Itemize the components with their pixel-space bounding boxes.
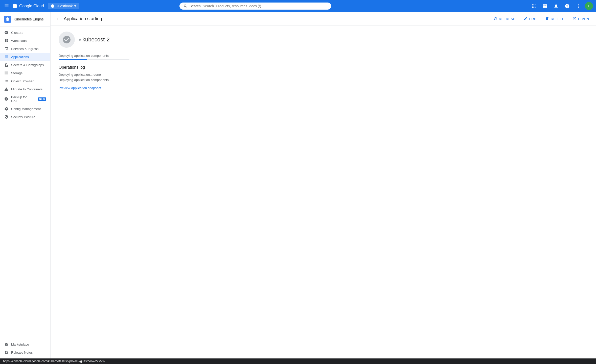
preview-link[interactable]: Preview application snapshot <box>59 86 101 90</box>
progress-bar-container <box>59 59 129 60</box>
marketplace-icon <box>4 342 9 346</box>
sidebar-item-security-posture[interactable]: Security Posture <box>0 113 50 121</box>
sidebar-item-label: Marketplace <box>11 343 29 346</box>
back-button[interactable]: ← <box>56 16 61 22</box>
sidebar-item-label: Clusters <box>11 31 23 35</box>
content-area: ← Application starting REFRESH EDIT DELE… <box>51 12 596 358</box>
sidebar-item-label: Security Posture <box>11 115 35 119</box>
sidebar-item-marketplace[interactable]: Marketplace <box>0 340 50 348</box>
sidebar-item-release-notes[interactable]: Release Notes <box>0 348 50 356</box>
more-options-icon[interactable] <box>574 2 583 11</box>
operations-log: Operations log Deploying application... … <box>59 65 588 90</box>
apps-icon[interactable] <box>529 2 538 11</box>
sidebar-item-services-ingress[interactable]: Services & Ingress <box>0 45 50 53</box>
object-browser-icon <box>4 79 9 83</box>
sidebar-item-migrate-containers[interactable]: Migrate to Containers <box>0 85 50 93</box>
sidebar-bottom: Marketplace Release Notes <box>0 338 50 358</box>
sidebar-item-label: Applications <box>11 55 29 59</box>
email-icon[interactable] <box>540 2 549 11</box>
sidebar-item-applications[interactable]: Applications <box>0 53 50 61</box>
migrate-icon <box>4 87 9 91</box>
help-icon[interactable] <box>563 2 572 11</box>
workloads-icon <box>4 39 9 43</box>
project-selector[interactable]: Guestbook ▼ <box>48 3 79 9</box>
notifications-icon[interactable] <box>552 2 561 11</box>
delete-button[interactable]: DELETE <box>543 15 566 22</box>
services-icon <box>4 47 9 51</box>
config-icon <box>4 107 9 111</box>
edit-button[interactable]: EDIT <box>521 15 539 22</box>
sidebar-item-clusters[interactable]: Clusters <box>0 29 50 37</box>
sidebar-item-secrets-configmaps[interactable]: Secrets & ConfigMaps <box>0 61 50 69</box>
sub-header-actions: REFRESH EDIT DELETE LEARN <box>491 15 591 22</box>
sidebar-title: Kubernetes Engine <box>14 17 44 21</box>
refresh-button[interactable]: REFRESH <box>491 15 518 22</box>
search-label: Search <box>190 4 201 8</box>
top-nav: Google Cloud Guestbook ▼ Search L <box>0 0 596 12</box>
sidebar-item-label: Storage <box>11 71 23 75</box>
app-avatar <box>59 32 75 48</box>
chevron-down-icon: ▼ <box>74 4 77 8</box>
clusters-icon <box>4 31 9 35</box>
app-header: kubecost-2 <box>59 32 588 48</box>
sidebar-items: Clusters Workloads Services & Ingress Ap… <box>0 27 50 338</box>
app-name-section: kubecost-2 <box>79 36 110 43</box>
search-bar[interactable]: Search <box>179 3 331 10</box>
sidebar-item-storage[interactable]: Storage <box>0 69 50 77</box>
secrets-icon <box>4 63 9 67</box>
storage-icon <box>4 71 9 75</box>
page-title: Application starting <box>64 16 488 21</box>
sidebar-item-label: Backup for GKE <box>11 95 34 103</box>
search-input[interactable] <box>203 4 327 8</box>
top-nav-icons: L <box>529 2 593 11</box>
app-name: kubecost-2 <box>82 36 110 43</box>
status-bar: https://console.cloud.google.com/kuberne… <box>0 358 596 364</box>
sidebar-item-label: Services & Ingress <box>11 47 38 51</box>
status-indicator <box>79 39 81 41</box>
google-cloud-logo: Google Cloud <box>12 3 44 9</box>
sidebar-item-label: Release Notes <box>11 351 33 354</box>
security-icon <box>4 115 9 119</box>
hamburger-menu-icon[interactable] <box>3 2 10 10</box>
ops-log-entry: Deploying application components... <box>59 78 588 82</box>
sidebar-item-label: Migrate to Containers <box>11 87 42 91</box>
progress-label: Deploying application components <box>59 54 588 58</box>
new-badge: NEW <box>38 97 46 101</box>
sidebar-item-config-management[interactable]: Config Management <box>0 105 50 113</box>
kubernetes-engine-icon <box>4 16 11 23</box>
main-layout: Kubernetes Engine Clusters Workloads Ser <box>0 12 596 358</box>
ops-log-entries: Deploying application... done Deploying … <box>59 73 588 82</box>
progress-section: Deploying application components <box>59 54 588 60</box>
main-content: kubecost-2 Deploying application compone… <box>51 25 596 358</box>
user-avatar[interactable]: L <box>585 2 593 10</box>
progress-bar <box>59 59 87 60</box>
applications-icon <box>4 55 9 59</box>
sidebar-header: Kubernetes Engine <box>0 12 50 27</box>
sidebar-item-label: Workloads <box>11 39 27 43</box>
ops-log-entry: Deploying application... done <box>59 73 588 76</box>
sub-header: ← Application starting REFRESH EDIT DELE… <box>51 12 596 25</box>
sidebar-item-workloads[interactable]: Workloads <box>0 37 50 45</box>
ops-log-title: Operations log <box>59 65 588 70</box>
sidebar-item-backup-gke[interactable]: Backup for GKE NEW <box>0 93 50 105</box>
learn-button[interactable]: LEARN <box>570 15 591 22</box>
sidebar-item-label: Object Browser <box>11 79 34 83</box>
status-url: https://console.cloud.google.com/kuberne… <box>3 359 105 363</box>
sidebar: Kubernetes Engine Clusters Workloads Ser <box>0 12 51 358</box>
sidebar-item-label: Secrets & ConfigMaps <box>11 63 44 67</box>
release-notes-icon <box>4 350 9 354</box>
sidebar-item-object-browser[interactable]: Object Browser <box>0 77 50 85</box>
backup-icon <box>4 97 9 101</box>
sidebar-item-label: Config Management <box>11 107 41 111</box>
